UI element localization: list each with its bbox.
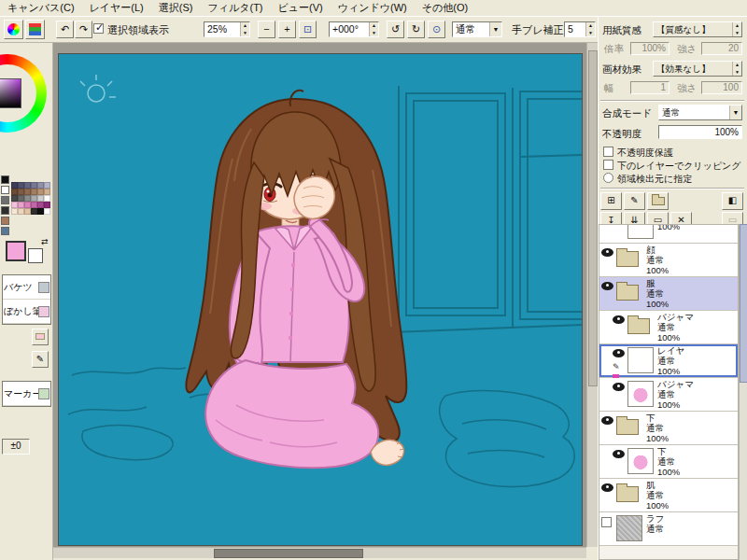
palette-swatch[interactable] — [44, 189, 50, 195]
rotate-ccw-button[interactable]: ↺ — [387, 21, 404, 38]
spinner-down-button[interactable]: ▼ — [370, 30, 378, 37]
selection-source-radio[interactable] — [603, 173, 613, 183]
spinner-up-button[interactable]: ▲ — [370, 22, 378, 30]
layer-row-rough[interactable]: ラフ通常 — [599, 512, 738, 546]
visibility-cell[interactable] — [613, 312, 627, 343]
preserve-opacity-label[interactable]: 不透明度保護 — [617, 147, 673, 160]
blend-mode-dropdown[interactable]: 通常 ▼ — [658, 105, 742, 120]
palette-swatch[interactable] — [44, 202, 50, 208]
palette-swatch[interactable] — [37, 208, 44, 215]
palette-swatch[interactable] — [44, 208, 50, 215]
canvas-hscrollbar[interactable] — [53, 547, 586, 558]
palette-swatch[interactable] — [37, 189, 44, 195]
visibility-cell[interactable] — [613, 446, 627, 478]
spinner-down-button[interactable]: ▼ — [733, 69, 741, 77]
strip-swatch[interactable] — [1, 217, 9, 225]
zoom-reset-button[interactable]: ⊡ — [299, 21, 317, 38]
visibility-cell[interactable] — [601, 413, 616, 444]
visibility-cell[interactable] — [613, 379, 627, 411]
rotation-combo[interactable]: +000° ▲▼ — [329, 21, 379, 37]
palette-swatch[interactable] — [31, 202, 37, 208]
layer-row-clothes[interactable]: 服通常100% — [599, 277, 738, 311]
palette-swatch[interactable] — [18, 182, 24, 189]
layer-row-under[interactable]: 下通常100% — [599, 445, 738, 479]
layer-row[interactable]: 通常100% — [599, 224, 738, 244]
redo-button[interactable]: ↷ — [75, 21, 92, 38]
spinner-up-button[interactable]: ▲ — [733, 62, 741, 69]
clipping-group-checkbox[interactable] — [603, 160, 613, 170]
zoom-in-button[interactable]: + — [278, 21, 296, 38]
pen-tool-button[interactable]: ✎ — [32, 351, 49, 368]
color-sliders-tab[interactable] — [25, 20, 45, 39]
palette-swatch[interactable] — [11, 195, 18, 202]
spinner-down-button[interactable]: ▼ — [586, 30, 595, 37]
strip-swatch[interactable] — [1, 175, 9, 184]
clipping-group-label[interactable]: 下のレイヤーでクリッピング — [617, 160, 741, 173]
palette-swatch[interactable] — [24, 202, 31, 208]
layer-row-face[interactable]: 顔通常100% — [599, 244, 738, 277]
eraser-tool-button[interactable] — [32, 329, 49, 345]
saturation-value-square[interactable] — [0, 78, 21, 108]
spinner-down-button[interactable]: ▼ — [241, 30, 249, 37]
tool-item-blur-brush[interactable]: ぼかし筆 — [3, 300, 50, 324]
spinner-up-button[interactable]: ▲ — [733, 22, 741, 30]
swap-colors-icon[interactable]: ⇄ — [41, 237, 49, 246]
preserve-opacity-checkbox[interactable] — [603, 147, 613, 157]
palette-swatch[interactable] — [31, 182, 37, 189]
palette-swatch[interactable] — [31, 208, 37, 215]
palette-swatch[interactable] — [18, 189, 24, 195]
palette-swatch[interactable] — [24, 182, 31, 189]
rotate-cw-button[interactable]: ↻ — [407, 21, 425, 38]
palette-swatch[interactable] — [31, 195, 37, 202]
palette-swatch[interactable] — [44, 182, 50, 189]
stabilizer-combo[interactable]: 5 ▲▼ — [564, 21, 596, 37]
new-linework-layer-button[interactable]: ✎ — [624, 192, 645, 210]
layer-row-under-folder[interactable]: 下通常100% — [599, 412, 738, 445]
material-effect-dropdown[interactable]: 【効果なし】 ▲▼ — [653, 61, 742, 77]
spinner-up-button[interactable]: ▲ — [586, 22, 595, 30]
palette-swatch[interactable] — [44, 195, 50, 202]
new-layer-button[interactable]: ⊞ — [600, 192, 622, 210]
strip-swatch[interactable] — [1, 227, 9, 235]
color-wheel-tab[interactable] — [4, 20, 23, 39]
palette-swatch[interactable] — [37, 202, 44, 208]
layer-scroll-thumb[interactable] — [740, 224, 747, 383]
palette-swatch[interactable] — [11, 208, 18, 215]
palette-swatch[interactable] — [18, 195, 24, 202]
layer-row-selected[interactable]: ✎ レイヤ通常100% — [599, 344, 738, 378]
menu-item-others[interactable]: その他(O) — [422, 1, 468, 15]
brush-density-field[interactable]: ±0 — [2, 439, 30, 455]
rotate-reset-button[interactable]: ⊙ — [428, 21, 445, 38]
layer-row-pajama-folder[interactable]: パジャマ通常100% — [599, 311, 738, 344]
new-layer-set-button[interactable] — [647, 192, 669, 210]
menu-item-select[interactable]: 選択(S) — [159, 1, 193, 15]
layer-mask-button[interactable]: ◧ — [722, 192, 743, 210]
menu-item-window[interactable]: ウィンドウ(W) — [338, 1, 407, 15]
strip-swatch[interactable] — [1, 186, 9, 194]
hscroll-thumb[interactable] — [214, 549, 363, 558]
canvas-vscrollbar[interactable] — [586, 43, 598, 547]
dropdown-arrow-icon[interactable]: ▼ — [729, 105, 741, 119]
tool-mode-dropdown[interactable]: 通常 ▼ — [452, 21, 502, 37]
selection-source-label[interactable]: 領域検出元に指定 — [617, 173, 692, 186]
palette-swatch[interactable] — [18, 208, 24, 215]
dropdown-arrow-icon[interactable]: ▼ — [489, 22, 501, 36]
menu-item-filter[interactable]: フィルタ(T) — [207, 1, 262, 15]
drawing-canvas[interactable] — [58, 53, 583, 546]
opacity-slider[interactable]: 100% — [658, 125, 742, 139]
visibility-cell[interactable] — [601, 278, 616, 310]
palette-swatch[interactable] — [11, 202, 18, 208]
vscroll-thumb[interactable] — [588, 50, 598, 386]
selection-display-checkbox[interactable] — [93, 23, 104, 34]
layer-row-pajama[interactable]: パジャマ通常100% — [599, 378, 738, 412]
menu-item-canvas[interactable]: キャンバス(C) — [7, 1, 75, 15]
layer-row-skin[interactable]: 肌通常100% — [599, 479, 738, 512]
tool-item-bucket[interactable]: バケツ — [3, 275, 50, 300]
visibility-cell[interactable] — [601, 245, 616, 276]
undo-button[interactable]: ↶ — [56, 21, 74, 38]
visibility-cell[interactable] — [601, 513, 616, 545]
palette-swatch[interactable] — [11, 189, 18, 195]
palette-swatch[interactable] — [37, 182, 44, 189]
strip-swatch[interactable] — [1, 206, 9, 215]
zoom-out-button[interactable]: − — [258, 21, 275, 38]
